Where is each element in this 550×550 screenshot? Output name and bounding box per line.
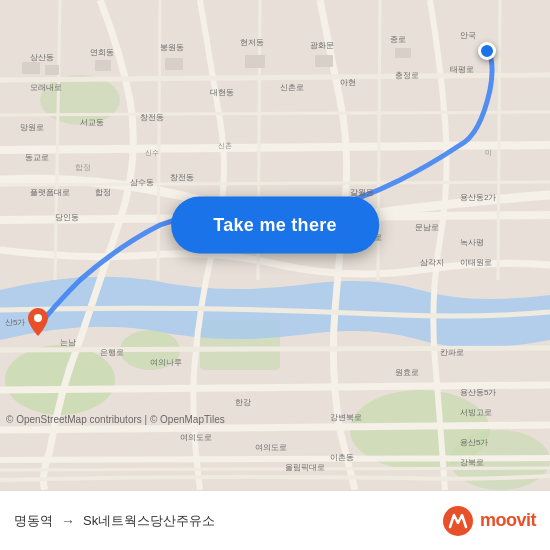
svg-text:대현동: 대현동 [210, 88, 234, 97]
svg-text:한강: 한강 [235, 398, 251, 407]
svg-text:강북로: 강북로 [460, 458, 484, 467]
svg-rect-72 [22, 62, 40, 74]
destination-pin [478, 42, 496, 60]
svg-text:강변북로: 강변북로 [330, 413, 362, 422]
route-arrow-icon: → [61, 513, 75, 529]
svg-text:용산동2가: 용산동2가 [460, 193, 496, 202]
svg-text:미: 미 [485, 149, 492, 156]
svg-text:여의도로: 여의도로 [180, 433, 212, 442]
map-copyright: © OpenStreetMap contributors | © OpenMap… [6, 414, 225, 425]
svg-text:당인동: 당인동 [55, 213, 79, 222]
svg-text:합정: 합정 [95, 188, 111, 197]
svg-text:이촌동: 이촌동 [330, 453, 354, 462]
svg-text:는남: 는남 [60, 338, 76, 347]
to-station-label: Sk네트웍스당산주유소 [83, 512, 215, 530]
svg-text:산5가: 산5가 [5, 318, 25, 327]
svg-text:안국: 안국 [460, 31, 476, 40]
svg-text:칸파로: 칸파로 [440, 348, 464, 357]
svg-text:연희동: 연희동 [90, 48, 114, 57]
svg-line-10 [0, 425, 550, 430]
svg-text:붕원동: 붕원동 [160, 43, 184, 52]
svg-line-18 [498, 0, 500, 280]
svg-rect-74 [95, 60, 111, 71]
route-info: 명동역 → Sk네트웍스당산주유소 [14, 512, 215, 530]
svg-text:신촌: 신촌 [218, 142, 232, 149]
svg-text:삼수동: 삼수동 [130, 178, 154, 187]
svg-text:종로: 종로 [390, 35, 406, 44]
svg-text:창전동: 창전동 [140, 113, 164, 122]
svg-text:문남로: 문남로 [415, 223, 439, 232]
svg-text:서교동: 서교동 [80, 118, 104, 127]
svg-text:여의나루: 여의나루 [150, 358, 182, 367]
svg-rect-78 [395, 48, 411, 58]
svg-text:동교로: 동교로 [25, 153, 49, 162]
svg-text:플랫폼대로: 플랫폼대로 [30, 188, 70, 197]
svg-text:삼각지: 삼각지 [420, 258, 444, 267]
svg-text:서빙고로: 서빙고로 [460, 408, 492, 417]
svg-line-7 [0, 145, 550, 150]
svg-text:원효로: 원효로 [395, 368, 419, 377]
svg-rect-77 [315, 55, 333, 67]
svg-text:신수: 신수 [145, 149, 159, 156]
moovit-brand-name: moovit [480, 510, 536, 531]
origin-pin [28, 308, 48, 336]
svg-text:모래내로: 모래내로 [30, 83, 62, 92]
svg-text:용산동5가: 용산동5가 [460, 388, 496, 397]
svg-text:광화문: 광화문 [310, 41, 334, 50]
map-container: 상산동 연희동 붕원동 현저동 광화문 종로 안국 모래내로 망원로 동교로 서… [0, 0, 550, 490]
svg-text:창전동: 창전동 [170, 173, 194, 182]
moovit-logo: moovit [442, 505, 536, 537]
svg-point-79 [34, 314, 42, 322]
svg-text:올림픽대로: 올림픽대로 [285, 463, 325, 472]
svg-rect-76 [245, 55, 265, 68]
svg-text:은행로: 은행로 [100, 348, 124, 357]
svg-text:충정로: 충정로 [395, 71, 419, 80]
svg-text:이태원로: 이태원로 [460, 258, 492, 267]
button-overlay: Take me there [171, 197, 379, 254]
svg-line-21 [0, 468, 550, 470]
svg-text:아현: 아현 [340, 78, 356, 87]
svg-text:태평로: 태평로 [450, 65, 474, 74]
footer: 명동역 → Sk네트웍스당산주유소 moovit [0, 490, 550, 550]
svg-rect-73 [45, 65, 59, 75]
take-me-there-button[interactable]: Take me there [171, 197, 379, 254]
svg-text:합정: 합정 [75, 163, 91, 172]
moovit-logo-icon [442, 505, 474, 537]
svg-text:신촌로: 신촌로 [280, 83, 304, 92]
svg-line-15 [158, 0, 160, 280]
svg-text:여의도로: 여의도로 [255, 443, 287, 452]
svg-text:용산5가: 용산5가 [460, 438, 488, 447]
svg-text:녹사평: 녹사평 [460, 238, 484, 247]
svg-text:현저동: 현저동 [240, 38, 264, 47]
svg-text:상산동: 상산동 [30, 53, 54, 62]
from-station-label: 명동역 [14, 512, 53, 530]
svg-line-13 [0, 348, 550, 350]
svg-text:망원로: 망원로 [20, 123, 44, 132]
svg-rect-75 [165, 58, 183, 70]
